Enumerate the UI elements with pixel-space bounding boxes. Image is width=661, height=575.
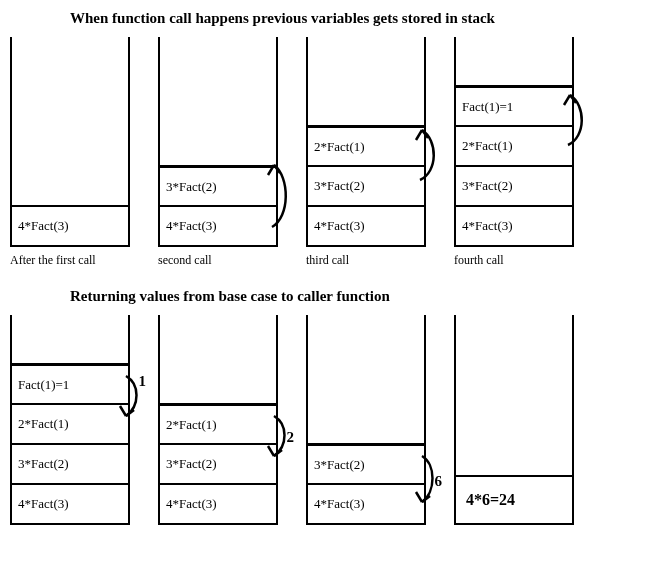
stack: 4*Fact(3) (10, 37, 130, 247)
stack-frame: 3*Fact(2) (160, 443, 276, 483)
pop-col-4: 4*6=24 (454, 315, 574, 525)
stack-frame: 2*Fact(1) (160, 403, 276, 443)
stack-frame: 2*Fact(1) (308, 125, 424, 165)
stack-frame: 2*Fact(1) (12, 403, 128, 443)
stack: 3*Fact(2) 4*Fact(3) (158, 37, 278, 247)
push-col-3: 2*Fact(1) 3*Fact(2) 4*Fact(3) third call (306, 37, 426, 268)
stack: 2*Fact(1) 3*Fact(2) 4*Fact(3) (158, 315, 278, 525)
stack-frame: 4*Fact(3) (308, 205, 424, 245)
stack: Fact(1)=1 2*Fact(1) 3*Fact(2) 4*Fact(3) (454, 37, 574, 247)
return-value: 2 (287, 429, 295, 446)
caption: fourth call (454, 253, 504, 268)
stack-frame: 4*Fact(3) (160, 205, 276, 245)
pop-col-1: Fact(1)=1 2*Fact(1) 3*Fact(2) 4*Fact(3) … (10, 315, 130, 525)
stack-frame: 3*Fact(2) (12, 443, 128, 483)
stack-frame: 4*Fact(3) (12, 205, 128, 245)
stack-frame: 3*Fact(2) (308, 165, 424, 205)
pop-col-2: 2*Fact(1) 3*Fact(2) 4*Fact(3) 2 (158, 315, 278, 525)
stack-frame: 3*Fact(2) (456, 165, 572, 205)
stack-frame: 4*Fact(3) (160, 483, 276, 523)
push-row: 4*Fact(3) After the first call 3*Fact(2)… (10, 37, 651, 268)
push-col-1: 4*Fact(3) After the first call (10, 37, 130, 268)
stack-frame: 4*Fact(3) (308, 483, 424, 523)
caption: third call (306, 253, 349, 268)
stack-frame: 3*Fact(2) (308, 443, 424, 483)
return-value: 6 (435, 473, 443, 490)
push-col-2: 3*Fact(2) 4*Fact(3) second call (158, 37, 278, 268)
stack-frame: Fact(1)=1 (456, 85, 572, 125)
stack-frame: 4*Fact(3) (456, 205, 572, 245)
return-value: 1 (139, 373, 147, 390)
stack: 2*Fact(1) 3*Fact(2) 4*Fact(3) (306, 37, 426, 247)
result-frame: 4*6=24 (456, 475, 572, 523)
pop-row: Fact(1)=1 2*Fact(1) 3*Fact(2) 4*Fact(3) … (10, 315, 651, 525)
title-push: When function call happens previous vari… (70, 10, 651, 27)
stack-frame: 4*Fact(3) (12, 483, 128, 523)
stack-frame: 3*Fact(2) (160, 165, 276, 205)
stack-frame: 2*Fact(1) (456, 125, 572, 165)
caption: second call (158, 253, 212, 268)
stack: Fact(1)=1 2*Fact(1) 3*Fact(2) 4*Fact(3) (10, 315, 130, 525)
push-col-4: Fact(1)=1 2*Fact(1) 3*Fact(2) 4*Fact(3) … (454, 37, 574, 268)
caption: After the first call (10, 253, 96, 268)
stack: 4*6=24 (454, 315, 574, 525)
title-pop: Returning values from base case to calle… (70, 288, 651, 305)
stack: 3*Fact(2) 4*Fact(3) (306, 315, 426, 525)
stack-frame: Fact(1)=1 (12, 363, 128, 403)
pop-col-3: 3*Fact(2) 4*Fact(3) 6 (306, 315, 426, 525)
